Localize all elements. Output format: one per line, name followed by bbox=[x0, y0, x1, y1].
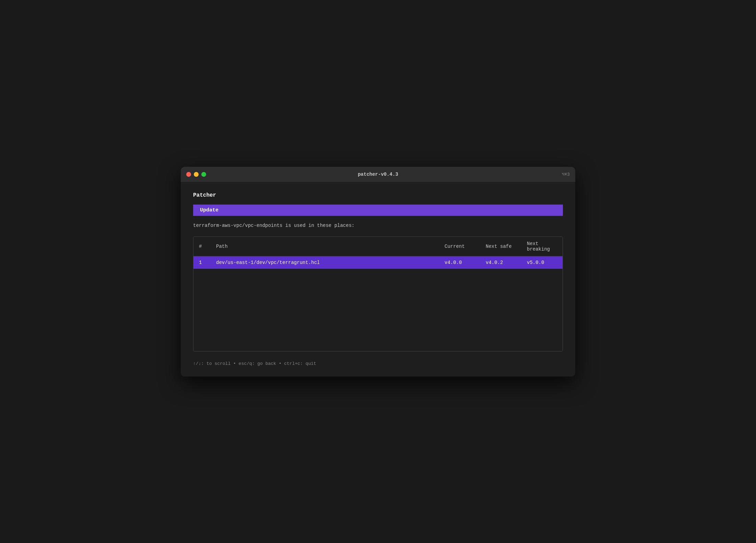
col-header-path: Path bbox=[211, 237, 439, 256]
update-tab[interactable]: Update bbox=[193, 205, 563, 216]
app-title: Patcher bbox=[193, 192, 563, 198]
row-num: 1 bbox=[193, 256, 211, 269]
col-header-current: Current bbox=[439, 237, 480, 256]
maximize-button[interactable] bbox=[201, 172, 206, 177]
main-content: Patcher Update terraform-aws-vpc/vpc-end… bbox=[181, 182, 575, 377]
close-button[interactable] bbox=[186, 172, 191, 177]
empty-space bbox=[193, 269, 563, 351]
traffic-lights bbox=[186, 172, 206, 177]
table-body: 1 dev/us-east-1/dev/vpc/terragrunt.hcl v… bbox=[193, 256, 563, 351]
statusbar: ↑/↓: to scroll • esc/q: go back • ctrl+c… bbox=[193, 360, 563, 366]
titlebar: patcher-v0.4.3 ⌥⌘3 bbox=[181, 167, 575, 182]
row-path: dev/us-east-1/dev/vpc/terragrunt.hcl bbox=[211, 256, 439, 269]
description-text: terraform-aws-vpc/vpc-endpoints is used … bbox=[193, 223, 563, 228]
table-container: # Path Current Next safe Next breaking 1… bbox=[193, 236, 563, 351]
window-shortcut: ⌥⌘3 bbox=[562, 172, 570, 177]
col-header-next-safe: Next safe bbox=[480, 237, 521, 256]
row-current: v4.0.0 bbox=[439, 256, 480, 269]
main-table: # Path Current Next safe Next breaking 1… bbox=[193, 237, 563, 351]
app-window: patcher-v0.4.3 ⌥⌘3 Patcher Update terraf… bbox=[181, 167, 575, 377]
col-header-num: # bbox=[193, 237, 211, 256]
table-row[interactable]: 1 dev/us-east-1/dev/vpc/terragrunt.hcl v… bbox=[193, 256, 563, 269]
table-header: # Path Current Next safe Next breaking bbox=[193, 237, 563, 256]
col-header-next-breaking: Next breaking bbox=[521, 237, 563, 256]
minimize-button[interactable] bbox=[194, 172, 199, 177]
row-next-breaking: v5.0.0 bbox=[521, 256, 563, 269]
row-next-safe: v4.0.2 bbox=[480, 256, 521, 269]
window-title: patcher-v0.4.3 bbox=[358, 172, 398, 177]
